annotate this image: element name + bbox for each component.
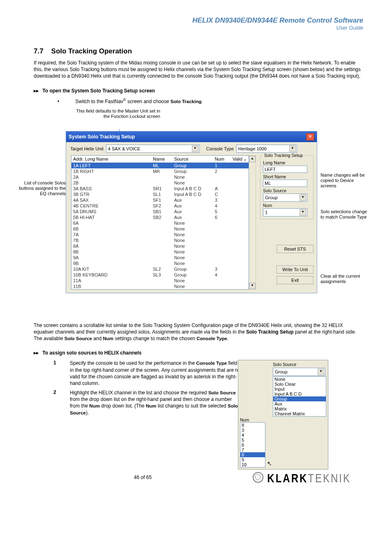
list-item[interactable]: 7 bbox=[240, 447, 265, 452]
col-name[interactable]: Name bbox=[151, 156, 173, 163]
chevron-down-icon: ▼ bbox=[318, 368, 324, 375]
table-cell: Group bbox=[173, 168, 213, 174]
dropdown-option[interactable]: Matrix bbox=[273, 406, 326, 411]
console-type-value: Heritage 1000 bbox=[238, 146, 267, 151]
table-row[interactable]: 2ANone bbox=[71, 174, 249, 180]
table-cell bbox=[213, 180, 231, 186]
dropdown-option[interactable]: Aux bbox=[273, 401, 326, 406]
short-name-field[interactable]: ML bbox=[263, 180, 307, 187]
list-item[interactable]: 10 bbox=[240, 462, 265, 467]
table-cell bbox=[213, 255, 231, 260]
scroll-down-icon[interactable]: ▼ bbox=[249, 283, 256, 289]
dropdown-option[interactable]: None bbox=[273, 377, 326, 382]
table-cell bbox=[231, 226, 249, 232]
table-row[interactable]: 10B KEYBOARDSL3Group4 bbox=[71, 272, 249, 278]
inset-ss-options[interactable]: NoneSolo ClearInputInput A B C DGroupAux… bbox=[273, 376, 326, 417]
col-addr[interactable]: Addr. Long Name bbox=[71, 156, 151, 163]
col-source[interactable]: Source bbox=[173, 156, 213, 163]
solo-source-dropdown[interactable]: Group▼ bbox=[263, 193, 307, 202]
table-row[interactable]: 9ANone bbox=[71, 255, 249, 260]
table-row[interactable]: 2BNone bbox=[71, 180, 249, 186]
table-row[interactable]: 5B HI-HATSB2Aux6 bbox=[71, 214, 249, 220]
table-row[interactable]: 11ANone bbox=[71, 278, 249, 283]
table-cell: 3 bbox=[213, 197, 231, 203]
table-cell: 2 bbox=[213, 168, 231, 174]
col-num[interactable]: Num bbox=[213, 156, 231, 163]
list-item[interactable]: 3 bbox=[240, 428, 265, 433]
table-cell: 5A DRUMS bbox=[71, 209, 151, 214]
list-item[interactable]: 9 bbox=[240, 457, 265, 462]
table-cell: 9A bbox=[71, 255, 151, 260]
table-row[interactable]: 8ANone bbox=[71, 243, 249, 249]
table-row[interactable]: 6BNone bbox=[71, 226, 249, 232]
scrollbar[interactable]: ▲ ▼ bbox=[249, 155, 256, 290]
num-dropdown[interactable]: 1▼ bbox=[263, 208, 307, 216]
dropdown-option[interactable]: Solo Clear bbox=[273, 382, 326, 387]
page-number: 46 of 65 bbox=[33, 474, 253, 480]
bullet-icon: • bbox=[58, 99, 74, 104]
proc1-text-b: screen and choose bbox=[126, 99, 171, 104]
callout-right1: Name changes will be copied to Device sc… bbox=[321, 173, 370, 189]
table-cell bbox=[231, 232, 249, 237]
table-cell: 10B KEYBOARD bbox=[71, 272, 151, 278]
table-row[interactable]: 7ANone bbox=[71, 232, 249, 237]
table-row[interactable]: 1A LEFTMLGroup1 bbox=[71, 162, 249, 168]
table-cell bbox=[213, 260, 231, 266]
right-panel: Solo Tracking Setup Long Name LEFT Short… bbox=[260, 155, 314, 290]
console-type-dropdown[interactable]: Heritage 1000 ▼ bbox=[236, 145, 297, 153]
table-row[interactable]: 8BNone bbox=[71, 249, 249, 255]
table-row[interactable]: 5A DRUMSSB1Aux5 bbox=[71, 209, 249, 214]
target-unit-value: 4 SAX & VOICE bbox=[108, 146, 141, 151]
table-row[interactable]: 3B GTRSL1Input A B C DC bbox=[71, 191, 249, 197]
dropdown-option[interactable]: Group bbox=[273, 396, 326, 401]
table-cell bbox=[151, 220, 173, 226]
dropdown-option[interactable]: Input bbox=[273, 387, 326, 391]
table-row[interactable]: 3A BASSSR1Input A B C DA bbox=[71, 186, 249, 191]
table-cell: Aux bbox=[173, 197, 213, 203]
after-shot-paragraph: The screen contains a scrollable list si… bbox=[34, 322, 363, 342]
section-number: 7.7 bbox=[34, 47, 44, 55]
intro-paragraph: If required, the Solo Tracking system of… bbox=[34, 60, 363, 80]
table-row[interactable]: 9BNone bbox=[71, 260, 249, 266]
table-cell: None bbox=[173, 243, 213, 249]
close-icon[interactable]: × bbox=[306, 133, 314, 140]
table-cell: 6B bbox=[71, 226, 151, 232]
page-footer: 46 of 65 KLARKTEKNIK bbox=[21, 471, 363, 484]
table-cell: SL3 bbox=[151, 272, 173, 278]
table-cell: 6A bbox=[71, 220, 151, 226]
col-valid[interactable]: Valid ▲ bbox=[231, 156, 249, 163]
dropdown-option[interactable]: Channel Matrix bbox=[273, 411, 326, 416]
list-item[interactable]: 8 bbox=[240, 423, 265, 428]
table-cell: 1 bbox=[213, 162, 231, 168]
table-cell: 3 bbox=[213, 266, 231, 272]
table-row[interactable]: 6ANone bbox=[71, 220, 249, 226]
table-row[interactable]: 10A KITSL2Group3 bbox=[71, 266, 249, 272]
table-cell bbox=[231, 162, 249, 168]
table-cell: 1A LEFT bbox=[71, 162, 151, 168]
scroll-up-icon[interactable]: ▲ bbox=[249, 156, 256, 162]
table-row[interactable]: 1B RIGHTMRGroup2 bbox=[71, 168, 249, 174]
table-cell: None bbox=[173, 283, 213, 289]
proc1-text-c: . bbox=[201, 99, 203, 104]
target-unit-dropdown[interactable]: 4 SAX & VOICE ▼ bbox=[106, 145, 200, 153]
list-item[interactable]: 8 bbox=[240, 452, 265, 457]
table-row[interactable]: 11BNone bbox=[71, 283, 249, 289]
table-cell bbox=[151, 278, 173, 283]
write-to-unit-button[interactable]: Write To Unit bbox=[277, 265, 314, 274]
table-row[interactable]: 7BNone bbox=[71, 237, 249, 243]
table-row[interactable]: 4A SAXSF1Aux3 bbox=[71, 197, 249, 203]
table-row[interactable]: 4B CENTRESF2Aux4 bbox=[71, 203, 249, 209]
reset-sts-button[interactable]: Reset STS bbox=[277, 245, 314, 253]
table-cell: MR bbox=[151, 168, 173, 174]
list-item[interactable]: 6 bbox=[240, 442, 265, 447]
exit-button[interactable]: Exit bbox=[277, 276, 314, 284]
long-name-field[interactable]: LEFT bbox=[263, 166, 307, 173]
inset-num-list[interactable]: 8345678910 bbox=[240, 422, 265, 467]
dropdown-option[interactable]: Input A B C D bbox=[273, 391, 326, 396]
channel-grid[interactable]: Addr. Long Name Name Source Num Valid ▲ … bbox=[71, 155, 249, 290]
inset-ss-dropdown[interactable]: Group▼ bbox=[273, 368, 325, 376]
table-cell bbox=[213, 232, 231, 237]
list-item[interactable]: 4 bbox=[240, 433, 265, 438]
table-cell bbox=[213, 278, 231, 283]
list-item[interactable]: 5 bbox=[240, 438, 265, 442]
